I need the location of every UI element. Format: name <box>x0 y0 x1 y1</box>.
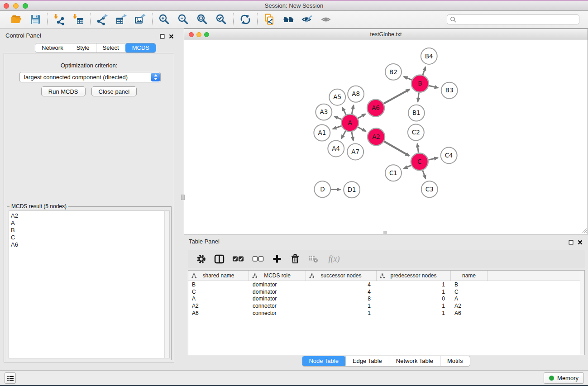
table-cell[interactable]: dominator <box>249 295 306 302</box>
close-panel-icon[interactable] <box>169 33 174 41</box>
float-panel-icon[interactable] <box>569 238 574 247</box>
search-field[interactable] <box>447 14 579 24</box>
minimize-window-button[interactable] <box>13 3 19 9</box>
edge-A-A2[interactable] <box>358 127 366 131</box>
edge-C-C3[interactable] <box>423 170 426 179</box>
table-cell[interactable]: A2 <box>451 303 488 309</box>
export-network-icon[interactable] <box>96 14 108 25</box>
graph-node-A[interactable]: A <box>341 114 359 132</box>
mcds-result-item[interactable]: C <box>9 234 169 241</box>
table-cell[interactable]: A <box>451 295 488 302</box>
show-hide-graphics-details-icon[interactable] <box>301 14 313 25</box>
graph-node-D1[interactable]: D1 <box>344 181 360 198</box>
edge-B-B4[interactable] <box>423 67 425 75</box>
edge-C-C2[interactable] <box>417 143 418 152</box>
table-cell[interactable]: B <box>451 281 488 288</box>
scrollbar-thumb[interactable] <box>181 195 185 200</box>
table-row[interactable]: A6connector11A6 <box>188 310 584 317</box>
graph-node-B3[interactable]: B3 <box>441 82 458 99</box>
table-cell[interactable]: connector <box>249 303 306 309</box>
graph-node-B4[interactable]: B4 <box>421 48 437 64</box>
table-row[interactable]: Cdominator41C <box>188 288 584 295</box>
column-header-successor-nodes[interactable]: successor nodes <box>306 271 377 281</box>
graph-node-B[interactable]: B <box>411 75 429 92</box>
scrollbar-thumb[interactable] <box>383 231 387 234</box>
column-header-shared-name[interactable]: shared name <box>188 271 249 281</box>
zoom-out-icon[interactable] <box>177 14 189 25</box>
table-cell[interactable]: C <box>451 289 488 295</box>
graph-node-C2[interactable]: C2 <box>408 124 424 141</box>
level-of-detail-eye-icon[interactable] <box>320 14 332 25</box>
graph-node-A8[interactable]: A8 <box>348 86 364 102</box>
edge-A-A3[interactable] <box>334 116 341 119</box>
zoom-fit-icon[interactable] <box>196 14 208 25</box>
table-cell[interactable]: 8 <box>306 295 377 302</box>
graph-node-A2[interactable]: A2 <box>368 129 385 146</box>
graph-node-A1[interactable]: A1 <box>314 125 330 141</box>
table-cell[interactable]: 4 <box>306 289 377 295</box>
minimize-view-button[interactable] <box>196 32 201 37</box>
column-header-name[interactable]: name <box>451 271 488 281</box>
table-row[interactable]: Adominator80A <box>188 295 584 303</box>
tab-mcds[interactable]: MCDS <box>125 43 156 52</box>
edge-B-B1[interactable] <box>418 93 419 102</box>
refresh-layout-icon[interactable] <box>239 14 251 25</box>
edge-A-A7[interactable] <box>352 132 354 141</box>
network-graph[interactable]: AA1A2A3A4A5A6A7A8BB1B2B3B4CC1C2C3C4DD1 <box>184 41 588 234</box>
tab-edge-table[interactable]: Edge Table <box>345 356 389 366</box>
tab-network-table[interactable]: Network Table <box>389 356 440 366</box>
table-cell[interactable]: 0 <box>377 295 451 302</box>
new-network-from-selection-icon[interactable] <box>263 14 275 25</box>
criterion-select[interactable]: largest connected component (directed) <box>19 72 161 82</box>
show-panels-button[interactable] <box>5 372 16 384</box>
table-cell[interactable]: 1 <box>377 289 451 295</box>
mcds-result-item[interactable]: A <box>9 219 169 227</box>
table-cell[interactable]: 4 <box>306 281 377 288</box>
graph-node-C[interactable]: C <box>411 153 428 170</box>
first-neighbors-icon[interactable] <box>282 14 294 25</box>
show-column-icon[interactable] <box>212 253 226 265</box>
column-header-predecessor-nodes[interactable]: predecessor nodes <box>377 271 451 281</box>
result-list-scrollbar[interactable] <box>164 211 169 358</box>
tab-style[interactable]: Style <box>70 43 96 52</box>
table-cell[interactable]: A2 <box>188 303 249 309</box>
edge-C-C1[interactable] <box>404 165 411 168</box>
graph-node-B2[interactable]: B2 <box>385 64 402 80</box>
table-cell[interactable]: 1 <box>377 281 451 288</box>
table-row[interactable]: Bdominator41B <box>188 281 584 288</box>
column-header-mcds-role[interactable]: MCDS role <box>249 271 306 281</box>
network-canvas[interactable]: AA1A2A3A4A5A6A7A8BB1B2B3B4CC1C2C3C4DD1 <box>184 41 588 234</box>
tab-motifs[interactable]: Motifs <box>440 356 470 366</box>
mcds-result-list[interactable]: A2ABCA6 <box>9 210 170 358</box>
edge-A-A4[interactable] <box>341 131 345 138</box>
select-all-icon[interactable] <box>230 253 246 265</box>
close-view-button[interactable] <box>189 32 194 37</box>
resize-grip-icon[interactable] <box>581 227 587 234</box>
network-window-titlebar[interactable]: testGlobe.txt <box>184 29 588 40</box>
table-cell[interactable]: A <box>188 295 249 302</box>
tab-network[interactable]: Network <box>35 43 70 52</box>
tab-node-table[interactable]: Node Table <box>302 356 345 366</box>
table-scrollbar[interactable] <box>580 271 584 355</box>
unselect-all-icon[interactable] <box>250 253 266 265</box>
close-panel-button[interactable]: Close panel <box>91 86 137 96</box>
table-cell[interactable]: 1 <box>377 303 451 309</box>
save-session-icon[interactable] <box>29 14 41 25</box>
close-window-button[interactable] <box>4 3 9 9</box>
graph-node-A6[interactable]: A6 <box>367 100 384 117</box>
import-network-icon[interactable] <box>53 14 65 25</box>
graph-node-D[interactable]: D <box>314 181 330 197</box>
graph-node-B1[interactable]: B1 <box>408 105 425 121</box>
table-cell[interactable]: dominator <box>249 289 306 295</box>
edge-B-B2[interactable] <box>404 76 412 80</box>
table-cell[interactable]: connector <box>249 310 306 316</box>
mcds-result-item[interactable]: A2 <box>9 212 169 219</box>
edge-A6-B[interactable] <box>384 89 410 104</box>
graph-node-A3[interactable]: A3 <box>316 104 332 120</box>
mcds-result-item[interactable]: A6 <box>9 241 169 248</box>
import-table-icon[interactable] <box>72 14 84 25</box>
table-cell[interactable]: A6 <box>188 310 249 316</box>
edge-A-A1[interactable] <box>333 126 342 129</box>
open-session-icon[interactable] <box>10 14 22 25</box>
zoom-view-button[interactable] <box>204 32 209 37</box>
